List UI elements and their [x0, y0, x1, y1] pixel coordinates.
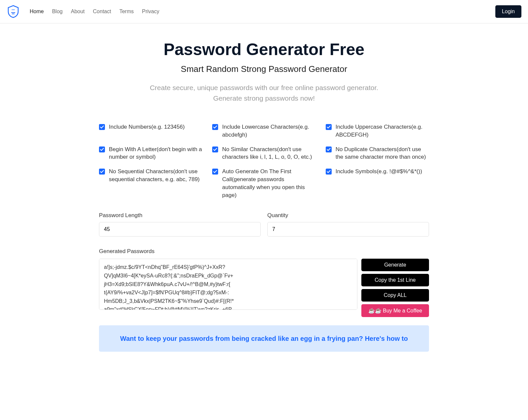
logo[interactable]: ***: [7, 5, 20, 18]
info-banner: Want to keep your passwords from being c…: [99, 325, 429, 352]
page-description: Create secure, unique passwords with our…: [148, 82, 380, 103]
nav-contact[interactable]: Contact: [93, 9, 111, 15]
nav-home[interactable]: Home: [30, 9, 44, 15]
checkbox-include-lowercase[interactable]: [212, 124, 218, 130]
option-label: Begin With A Letter(don't begin with a n…: [109, 145, 202, 161]
password-length-input[interactable]: [99, 222, 261, 237]
checkbox-no-similar[interactable]: [212, 146, 218, 152]
quantity-input[interactable]: [267, 222, 429, 237]
svg-rect-2: [12, 14, 15, 14]
page-title: Password Generator Free: [99, 40, 429, 59]
option-label: No Similar Characters(don't use characte…: [222, 145, 315, 161]
option-label: No Duplicate Characters(don't use the sa…: [336, 145, 429, 161]
nav-blog[interactable]: Blog: [52, 9, 63, 15]
option-label: Include Symbols(e.g. !@#$%^&*()): [336, 168, 422, 176]
nav-terms[interactable]: Terms: [119, 9, 134, 15]
password-length-label: Password Length: [99, 212, 261, 219]
buy-coffee-button[interactable]: ☕☕ Buy Me a Coffee: [361, 304, 429, 317]
nav-privacy[interactable]: Privacy: [142, 9, 159, 15]
checkbox-include-numbers[interactable]: [99, 124, 105, 130]
option-label: No Sequential Characters(don't use seque…: [109, 168, 202, 183]
checkbox-auto-generate[interactable]: [212, 169, 218, 175]
page-subtitle: Smart Random Strong Password Generator: [99, 64, 429, 74]
option-label: Auto Generate On The First Call(generate…: [222, 168, 315, 199]
checkbox-begin-letter[interactable]: [99, 146, 105, 152]
checkbox-include-symbols[interactable]: [326, 169, 332, 175]
login-button[interactable]: Login: [495, 5, 521, 18]
option-label: Include Numbers(e.g. 123456): [109, 123, 185, 131]
svg-text:***: ***: [12, 9, 15, 12]
generated-passwords-label: Generated Passwords: [99, 248, 429, 255]
svg-rect-1: [11, 12, 15, 13]
option-label: Include Uppercase Characters(e.g. ABCDEF…: [336, 123, 429, 139]
generated-passwords-output[interactable]: [99, 259, 357, 310]
copy-first-line-button[interactable]: Copy the 1st Line: [361, 274, 429, 286]
checkbox-no-duplicate[interactable]: [326, 146, 332, 152]
option-label: Include Lowercase Characters(e.g. abcdef…: [222, 123, 315, 139]
quantity-label: Quantity: [267, 212, 429, 219]
checkbox-include-uppercase[interactable]: [326, 124, 332, 130]
checkbox-no-sequential[interactable]: [99, 169, 105, 175]
nav-about[interactable]: About: [71, 9, 85, 15]
generate-button[interactable]: Generate: [361, 259, 429, 271]
copy-all-button[interactable]: Copy ALL: [361, 289, 429, 302]
